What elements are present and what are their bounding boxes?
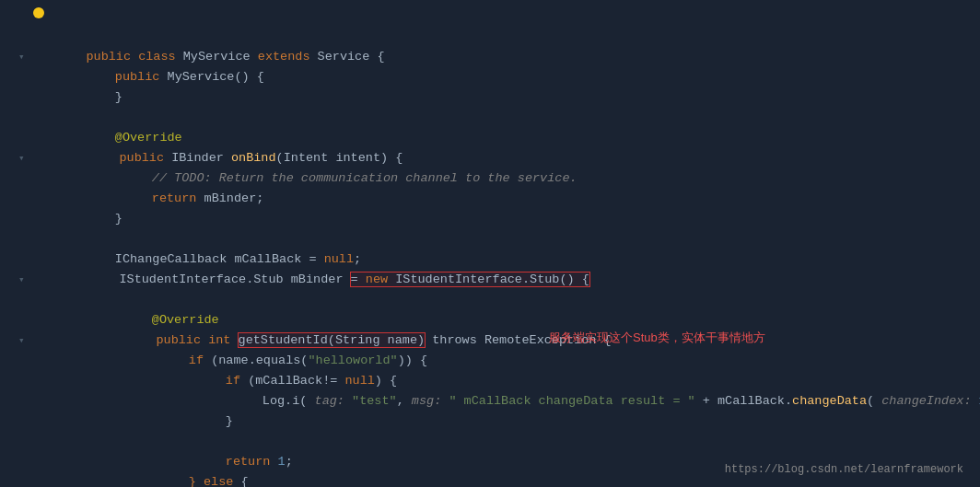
code-line: } (15, 208, 980, 228)
code-line: } (15, 411, 980, 431)
code-editor: ▾ public class MyService extends Service… (0, 0, 980, 487)
code-line: ▾ IStudentInterface.Stub mBinder = new I… (15, 269, 980, 289)
url-label: https://blog.csdn.net/learnframework (725, 463, 963, 476)
code-lines: ▾ public class MyService extends Service… (0, 4, 980, 487)
yellow-dot (33, 7, 44, 18)
stub-highlight: = new IStudentInterface.Stub() { (351, 272, 589, 286)
code-line: } (15, 87, 980, 107)
fold-icon[interactable]: ▾ (18, 273, 25, 285)
